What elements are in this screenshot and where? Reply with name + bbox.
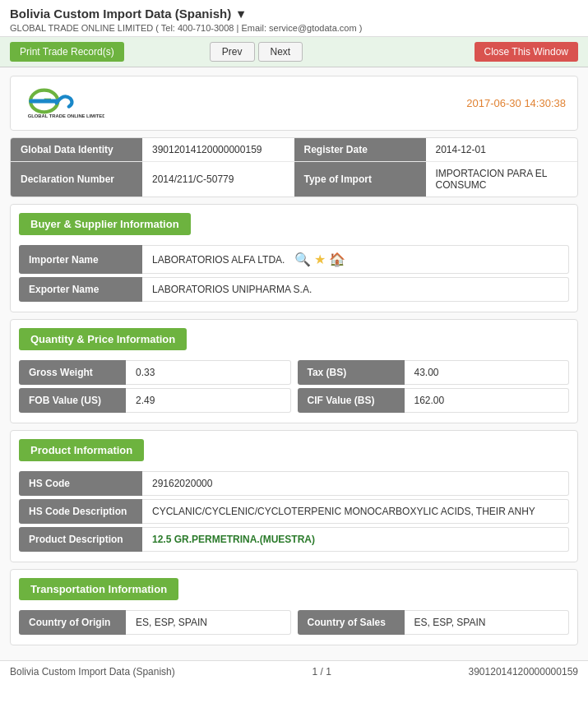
- footer-left: Bolivia Custom Import Data (Spanish): [10, 666, 175, 678]
- nav-buttons: Prev Next: [210, 42, 303, 62]
- gross-weight-value: 0.33: [126, 360, 291, 385]
- type-of-import-label: Type of Import: [294, 162, 426, 197]
- declaration-number-value: 2014/211/C-50779: [142, 162, 294, 197]
- fob-value: 2.49: [126, 388, 291, 413]
- product-header: Product Information: [19, 439, 144, 461]
- buyer-supplier-header: Buyer & Supplier Information: [19, 213, 191, 235]
- buyer-supplier-body: Importer Name LABORATORIOS ALFA LTDA. 🔍 …: [11, 240, 577, 310]
- global-data-identity-value: 39012014120000000159: [142, 138, 294, 161]
- transportation-card: Transportation Information Country of Or…: [10, 569, 578, 645]
- svg-rect-2: [29, 99, 59, 104]
- basic-info-card: Global Data Identity 3901201412000000015…: [10, 137, 578, 197]
- register-date-label: Register Date: [294, 138, 426, 161]
- quantity-price-body: Gross Weight 0.33 Tax (BS) 43.00 FOB Val…: [11, 355, 577, 421]
- quantity-price-header: Quantity & Price Information: [19, 328, 187, 350]
- basic-info-row-2: Declaration Number 2014/211/C-50779 Type…: [11, 162, 577, 197]
- importer-name-text: LABORATORIOS ALFA LTDA.: [152, 254, 285, 266]
- search-icon[interactable]: 🔍: [294, 252, 311, 267]
- importer-icons: 🔍 ★ 🏠: [294, 252, 345, 267]
- country-origin-value: ES, ESP, SPAIN: [126, 610, 291, 635]
- register-date-value: 2014-12-01: [426, 138, 578, 161]
- fob-group: FOB Value (US) 2.49: [19, 388, 291, 413]
- logo-row: GLOBAL TRADE ONLINE LIMITED 2017-06-30 1…: [10, 76, 578, 131]
- hs-code-value: 29162020000: [142, 471, 569, 496]
- transportation-body: Country of Origin ES, ESP, SPAIN Country…: [11, 605, 577, 643]
- content-area: GLOBAL TRADE ONLINE LIMITED 2017-06-30 1…: [0, 67, 588, 660]
- exporter-value: LABORATORIOS UNIPHARMA S.A.: [142, 277, 569, 302]
- close-button[interactable]: Close This Window: [475, 42, 578, 62]
- country-sales-label: Country of Sales: [298, 610, 405, 635]
- transportation-header: Transportation Information: [19, 578, 178, 600]
- basic-info-row-1: Global Data Identity 3901201412000000015…: [11, 138, 577, 162]
- print-button[interactable]: Print Trade Record(s): [10, 42, 124, 62]
- tax-value: 43.00: [405, 360, 570, 385]
- footer-center: 1 / 1: [312, 666, 331, 678]
- hs-code-label: HS Code: [19, 471, 142, 496]
- page-header: Bolivia Custom Import Data (Spanish) ▾ G…: [0, 0, 588, 37]
- footer-right: 39012014120000000159: [469, 666, 578, 678]
- importer-label: Importer Name: [19, 245, 142, 274]
- country-origin-label: Country of Origin: [19, 610, 126, 635]
- tax-label: Tax (BS): [298, 360, 405, 385]
- page-title: Bolivia Custom Import Data (Spanish) ▾: [10, 7, 578, 21]
- product-desc-row: Product Description 12.5 GR.PERMETRINA.(…: [19, 527, 569, 552]
- exporter-label: Exporter Name: [19, 277, 142, 302]
- hs-code-row: HS Code 29162020000: [19, 471, 569, 496]
- logo: GLOBAL TRADE ONLINE LIMITED: [22, 85, 104, 122]
- gross-weight-label: Gross Weight: [19, 360, 126, 385]
- page-footer: Bolivia Custom Import Data (Spanish) 1 /…: [0, 660, 588, 682]
- prev-button[interactable]: Prev: [210, 42, 255, 62]
- gross-weight-group: Gross Weight 0.33: [19, 360, 291, 385]
- buyer-supplier-card: Buyer & Supplier Information Importer Na…: [10, 204, 578, 312]
- cif-group: CIF Value (BS) 162.00: [298, 388, 570, 413]
- svg-text:GLOBAL TRADE ONLINE LIMITED: GLOBAL TRADE ONLINE LIMITED: [28, 113, 104, 118]
- cif-value: 162.00: [405, 388, 570, 413]
- title-text: Bolivia Custom Import Data (Spanish): [10, 7, 231, 21]
- product-desc-value: 12.5 GR.PERMETRINA.(MUESTRA): [142, 527, 569, 552]
- exporter-row: Exporter Name LABORATORIOS UNIPHARMA S.A…: [19, 277, 569, 302]
- hs-desc-value: CYCLANIC/CYCLENIC/CYCLOTERPENIC MONOCARB…: [142, 499, 569, 524]
- origin-group: Country of Origin ES, ESP, SPAIN: [19, 610, 291, 635]
- next-button[interactable]: Next: [258, 42, 303, 62]
- country-sales-value: ES, ESP, SPAIN: [405, 610, 570, 635]
- importer-value: LABORATORIOS ALFA LTDA. 🔍 ★ 🏠: [142, 245, 569, 274]
- header-subtitle: GLOBAL TRADE ONLINE LIMITED ( Tel: 400-7…: [10, 23, 578, 33]
- quantity-price-card: Quantity & Price Information Gross Weigh…: [10, 319, 578, 423]
- hs-desc-label: HS Code Description: [19, 499, 142, 524]
- quantity-row-2: FOB Value (US) 2.49 CIF Value (BS) 162.0…: [19, 388, 569, 413]
- type-of-import-value: IMPORTACION PARA EL CONSUMC: [426, 162, 578, 197]
- global-data-identity-label: Global Data Identity: [11, 138, 142, 161]
- home-icon[interactable]: 🏠: [329, 252, 345, 267]
- quantity-row-1: Gross Weight 0.33 Tax (BS) 43.00: [19, 360, 569, 385]
- transportation-row: Country of Origin ES, ESP, SPAIN Country…: [19, 610, 569, 635]
- product-body: HS Code 29162020000 HS Code Description …: [11, 466, 577, 560]
- fob-label: FOB Value (US): [19, 388, 126, 413]
- title-arrow-icon: ▾: [238, 7, 244, 21]
- importer-row: Importer Name LABORATORIOS ALFA LTDA. 🔍 …: [19, 245, 569, 274]
- hs-desc-row: HS Code Description CYCLANIC/CYCLENIC/CY…: [19, 499, 569, 524]
- star-icon[interactable]: ★: [314, 252, 326, 267]
- sales-group: Country of Sales ES, ESP, SPAIN: [298, 610, 570, 635]
- toolbar: Print Trade Record(s) Prev Next Close Th…: [0, 37, 588, 67]
- declaration-number-label: Declaration Number: [11, 162, 142, 197]
- timestamp: 2017-06-30 14:30:38: [466, 97, 566, 109]
- cif-label: CIF Value (BS): [298, 388, 405, 413]
- product-card: Product Information HS Code 29162020000 …: [10, 430, 578, 562]
- tax-group: Tax (BS) 43.00: [298, 360, 570, 385]
- product-desc-label: Product Description: [19, 527, 142, 552]
